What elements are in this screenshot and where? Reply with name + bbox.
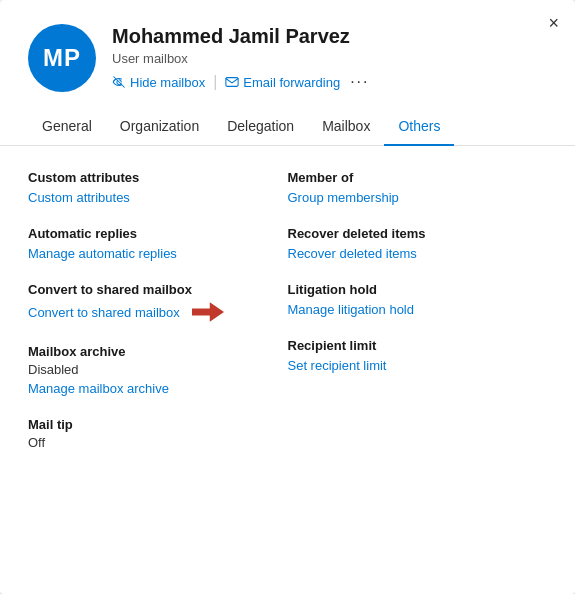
tab-others[interactable]: Others (384, 108, 454, 146)
user-info: Mohammed Jamil Parvez User mailbox Hide … (112, 25, 373, 91)
dialog-header: MP Mohammed Jamil Parvez User mailbox Hi… (0, 0, 575, 104)
litigation-hold-title: Litigation hold (288, 282, 548, 297)
manage-litigation-hold-link[interactable]: Manage litigation hold (288, 302, 414, 317)
mail-tip-title: Mail tip (28, 417, 288, 432)
sections-grid: Custom attributes Custom attributes Auto… (28, 170, 547, 472)
section-automatic-replies: Automatic replies Manage automatic repli… (28, 226, 288, 282)
action-separator: | (213, 73, 217, 91)
section-member-of: Member of Group membership (288, 170, 548, 226)
custom-attributes-title: Custom attributes (28, 170, 288, 185)
mail-tip-value: Off (28, 435, 288, 450)
convert-shared-title: Convert to shared mailbox (28, 282, 288, 297)
hide-mailbox-link[interactable]: Hide mailbox (112, 75, 205, 90)
svg-rect-0 (226, 78, 238, 87)
recover-deleted-link[interactable]: Recover deleted items (288, 246, 417, 261)
svg-marker-1 (192, 302, 224, 322)
eye-off-icon (112, 75, 126, 89)
convert-shared-link[interactable]: Convert to shared mailbox (28, 305, 180, 320)
manage-automatic-replies-link[interactable]: Manage automatic replies (28, 246, 177, 261)
tab-content: Custom attributes Custom attributes Auto… (0, 146, 575, 472)
more-options-button[interactable]: ··· (346, 73, 373, 91)
section-litigation-hold: Litigation hold Manage litigation hold (288, 282, 548, 338)
manage-mailbox-archive-link[interactable]: Manage mailbox archive (28, 381, 169, 396)
user-actions: Hide mailbox | Email forwarding ··· (112, 73, 373, 91)
section-mail-tip: Mail tip Off (28, 417, 288, 472)
user-details-dialog: × MP Mohammed Jamil Parvez User mailbox … (0, 0, 575, 594)
section-mailbox-archive: Mailbox archive Disabled Manage mailbox … (28, 344, 288, 417)
close-button[interactable]: × (548, 14, 559, 32)
col2: Member of Group membership Recover delet… (288, 170, 548, 472)
red-arrow-icon (192, 300, 224, 324)
recipient-limit-title: Recipient limit (288, 338, 548, 353)
recover-deleted-title: Recover deleted items (288, 226, 548, 241)
tab-mailbox[interactable]: Mailbox (308, 108, 384, 146)
section-recover-deleted: Recover deleted items Recover deleted it… (288, 226, 548, 282)
email-forwarding-label: Email forwarding (243, 75, 340, 90)
member-of-title: Member of (288, 170, 548, 185)
convert-shared-container: Convert to shared mailbox (28, 300, 224, 324)
email-forwarding-link[interactable]: Email forwarding (225, 75, 340, 90)
col1: Custom attributes Custom attributes Auto… (28, 170, 288, 472)
tab-delegation[interactable]: Delegation (213, 108, 308, 146)
group-membership-link[interactable]: Group membership (288, 190, 399, 205)
hide-mailbox-label: Hide mailbox (130, 75, 205, 90)
automatic-replies-title: Automatic replies (28, 226, 288, 241)
section-recipient-limit: Recipient limit Set recipient limit (288, 338, 548, 394)
section-convert-shared: Convert to shared mailbox Convert to sha… (28, 282, 288, 344)
custom-attributes-link[interactable]: Custom attributes (28, 190, 130, 205)
tab-bar: General Organization Delegation Mailbox … (0, 108, 575, 146)
mailbox-archive-title: Mailbox archive (28, 344, 288, 359)
tab-general[interactable]: General (28, 108, 106, 146)
mailbox-archive-status: Disabled (28, 362, 288, 377)
section-custom-attributes: Custom attributes Custom attributes (28, 170, 288, 226)
set-recipient-limit-link[interactable]: Set recipient limit (288, 358, 387, 373)
user-type: User mailbox (112, 51, 373, 66)
user-name: Mohammed Jamil Parvez (112, 25, 373, 48)
tab-organization[interactable]: Organization (106, 108, 213, 146)
avatar: MP (28, 24, 96, 92)
forward-icon (225, 75, 239, 89)
